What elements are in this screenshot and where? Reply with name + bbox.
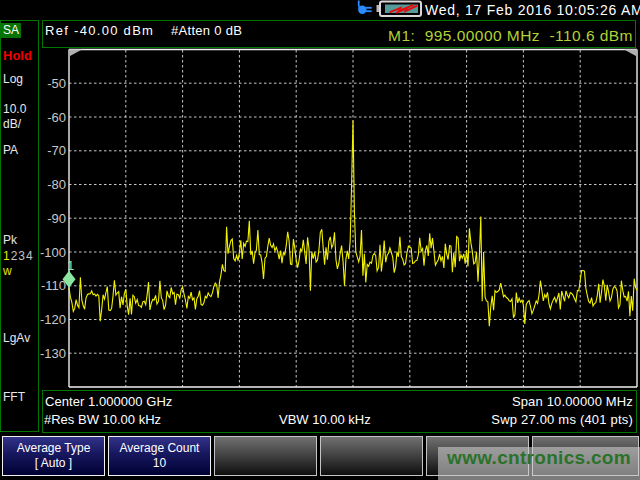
svg-text:1: 1 bbox=[67, 258, 74, 273]
